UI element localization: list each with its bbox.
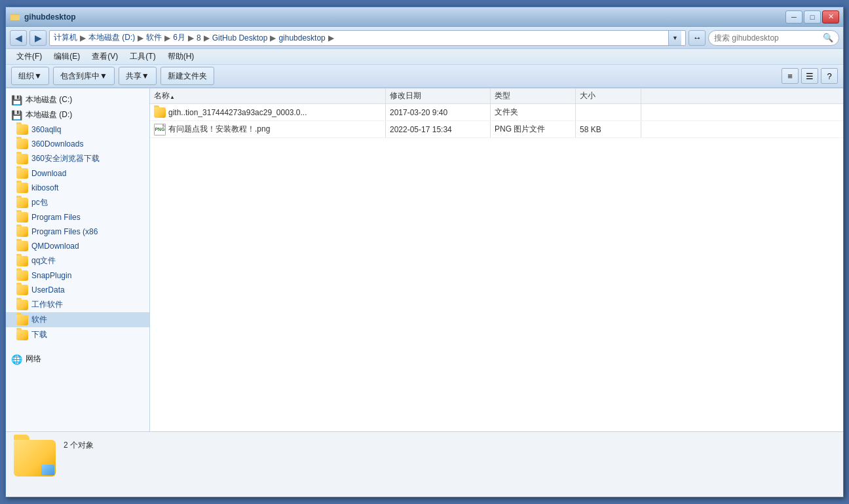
sidebar-label: 360安全浏览器下载 — [31, 153, 100, 164]
svg-rect-1 — [10, 15, 20, 20]
address-path: 计算机 ▶ 本地磁盘 (D:) ▶ 软件 ▶ 6月 ▶ 8 ▶ GitHub D… — [54, 32, 668, 43]
search-input[interactable] — [714, 33, 820, 43]
drive-c-icon: 💾 — [11, 95, 22, 105]
folder-icon — [16, 315, 28, 325]
sidebar-item-360downloads[interactable]: 360Downloads — [6, 137, 149, 151]
file-name-1: PNG 有问题点我！安装教程！.png — [150, 121, 386, 137]
sidebar-label: Download — [31, 169, 66, 178]
refresh-button[interactable]: ↔ — [689, 30, 706, 46]
network-icon: 🌐 — [11, 354, 22, 365]
title-controls: ─ □ ✕ — [785, 10, 839, 24]
new-folder-button[interactable]: 新建文件夹 — [160, 67, 214, 85]
menu-edit[interactable]: 编辑(E) — [48, 50, 85, 63]
folder-icon — [16, 124, 28, 135]
sidebar-label-drive-c: 本地磁盘 (C:) — [26, 94, 72, 105]
sidebar-label: qq文件 — [31, 255, 56, 266]
folder-icon — [16, 212, 28, 223]
sidebar-item-qmdownload[interactable]: QMDownload — [6, 239, 149, 253]
share-button[interactable]: 共享▼ — [119, 67, 157, 85]
minimize-button[interactable]: ─ — [785, 10, 802, 24]
col-name[interactable]: 名称 — [150, 88, 386, 103]
sidebar-item-snapplugin[interactable]: SnapPlugin — [6, 268, 149, 283]
menu-bar: 文件(F) 编辑(E) 查看(V) 工具(T) 帮助(H) — [6, 49, 843, 65]
sidebar-item-drive-c[interactable]: 💾 本地磁盘 (C:) — [6, 92, 149, 107]
file-type-0: 文件夹 — [491, 104, 576, 120]
view-large-button[interactable]: ☰ — [801, 68, 818, 84]
menu-file[interactable]: 文件(F) — [11, 50, 47, 63]
png-icon: PNG — [154, 124, 166, 135]
sidebar-item-qq[interactable]: qq文件 — [6, 253, 149, 268]
sidebar-item-360aqllq[interactable]: 360aqllq — [6, 122, 149, 137]
forward-button[interactable]: ▶ — [29, 30, 47, 46]
address-dropdown[interactable]: ▼ — [668, 31, 681, 45]
sidebar-label: QMDownload — [31, 242, 79, 251]
sidebar-label: 360aqllq — [31, 125, 61, 134]
folder-icon — [16, 256, 28, 266]
file-name-0: gith..tion_317444273a93ac29_0003.0... — [150, 104, 386, 120]
sidebar-item-download[interactable]: Download — [6, 166, 149, 181]
sidebar-label: SnapPlugin — [31, 271, 71, 280]
sidebar-item-xzai[interactable]: 下载 — [6, 327, 149, 342]
status-folder-icon — [14, 440, 56, 477]
explorer-window: gihubdesktop ─ □ ✕ ◀ ▶ 计算机 ▶ 本地磁盘 (D:) ▶… — [5, 7, 844, 497]
address-input[interactable]: 计算机 ▶ 本地磁盘 (D:) ▶ 软件 ▶ 6月 ▶ 8 ▶ GitHub D… — [49, 30, 686, 46]
path-software[interactable]: 软件 — [146, 32, 162, 43]
view-details-button[interactable]: ≡ — [782, 68, 799, 84]
col-size[interactable]: 大小 — [576, 88, 641, 103]
title-bar: gihubdesktop ─ □ ✕ — [6, 7, 843, 27]
file-list: 名称 修改日期 类型 大小 gith..tion_317444273a93ac2… — [150, 88, 843, 431]
search-icon: 🔍 — [823, 33, 833, 43]
path-month[interactable]: 6月 — [173, 32, 185, 43]
sidebar-item-userdata[interactable]: UserData — [6, 283, 149, 297]
table-row[interactable]: gith..tion_317444273a93ac29_0003.0... 20… — [150, 104, 843, 121]
folder-icon — [154, 107, 166, 118]
folder-icon — [16, 139, 28, 149]
sidebar-item-drive-d[interactable]: 💾 本地磁盘 (D:) — [6, 107, 149, 122]
back-button[interactable]: ◀ — [10, 30, 27, 46]
menu-help[interactable]: 帮助(H) — [162, 50, 200, 63]
folder-icon — [16, 300, 28, 310]
path-computer[interactable]: 计算机 — [54, 32, 77, 43]
folder-icon — [16, 183, 28, 193]
sort-indicator — [170, 92, 175, 101]
file-date-0: 2017-03-20 9:40 — [386, 104, 491, 120]
main-content: 💾 本地磁盘 (C:) 💾 本地磁盘 (D:) 360aqllq 360Down… — [6, 88, 843, 431]
window-icon — [10, 12, 20, 22]
toolbar: 组织▼ 包含到库中▼ 共享▼ 新建文件夹 ≡ ☰ ? — [6, 65, 843, 88]
table-row[interactable]: PNG 有问题点我！安装教程！.png 2022-05-17 15:34 PNG… — [150, 121, 843, 138]
menu-view[interactable]: 查看(V) — [86, 50, 123, 63]
include-library-button[interactable]: 包含到库中▼ — [53, 67, 115, 85]
col-type[interactable]: 类型 — [491, 88, 576, 103]
organize-button[interactable]: 组织▼ — [11, 67, 49, 85]
sidebar-item-worksoftware[interactable]: 工作软件 — [6, 297, 149, 312]
sidebar-item-kibosoft[interactable]: kibosoft — [6, 181, 149, 195]
close-button[interactable]: ✕ — [822, 10, 839, 24]
sidebar-item-programfilesx86[interactable]: Program Files (x86 — [6, 225, 149, 239]
folder-icon — [16, 168, 28, 179]
path-drive[interactable]: 本地磁盘 (D:) — [88, 32, 135, 43]
sidebar-label: kibosoft — [31, 183, 58, 192]
sidebar-item-software[interactable]: 软件 — [6, 312, 149, 327]
file-size-1: 58 KB — [576, 121, 641, 137]
path-gihub[interactable]: gihubdesktop — [278, 33, 325, 43]
window-title: gihubdesktop — [24, 12, 76, 22]
col-date[interactable]: 修改日期 — [386, 88, 491, 103]
path-day[interactable]: 8 — [197, 33, 201, 43]
path-github[interactable]: GitHub Desktop — [212, 33, 268, 43]
folder-icon — [16, 270, 28, 281]
folder-icon — [16, 330, 28, 340]
search-container[interactable]: 🔍 — [708, 30, 839, 46]
sidebar-item-programfiles[interactable]: Program Files — [6, 210, 149, 225]
drive-d-icon: 💾 — [11, 110, 22, 120]
sidebar-item-network[interactable]: 🌐 网络 — [6, 351, 149, 367]
sidebar-label-drive-d: 本地磁盘 (D:) — [26, 109, 72, 120]
sidebar-label: UserData — [31, 285, 65, 295]
sidebar-label: 软件 — [31, 314, 47, 325]
maximize-button[interactable]: □ — [804, 10, 821, 24]
sidebar-item-360browser[interactable]: 360安全浏览器下载 — [6, 151, 149, 166]
help-button[interactable]: ? — [821, 68, 838, 84]
sidebar-item-pc[interactable]: pc包 — [6, 195, 149, 210]
menu-tools[interactable]: 工具(T) — [124, 50, 160, 63]
sidebar-label: pc包 — [31, 197, 48, 208]
file-date-1: 2022-05-17 15:34 — [386, 121, 491, 137]
